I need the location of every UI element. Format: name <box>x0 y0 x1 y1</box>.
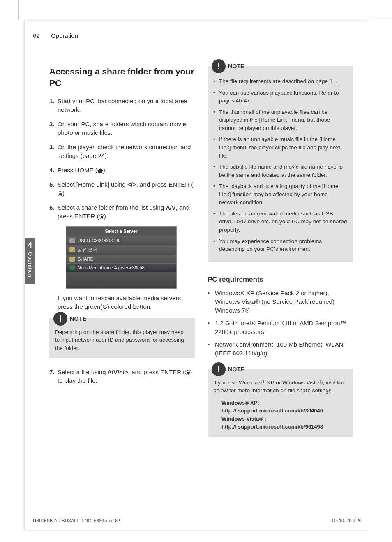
enter-icon <box>58 191 62 196</box>
step-1: 1. Start your PC that connected on your … <box>49 97 195 114</box>
arrow-ud-icon: Λ/V <box>166 204 175 211</box>
note-text: The subtitle file name and movie file na… <box>219 163 348 179</box>
step-num: 7. <box>49 368 58 385</box>
row-text: Nero MediaHome 4 (user-c36cb8... <box>78 265 148 270</box>
req-text: Windows® XP (Service Pack 2 or higher), … <box>215 289 353 315</box>
article-title: Accessing a share folder from your PC <box>49 66 195 89</box>
steps-list-cont: 7. Select a file using Λ/V/</>, and pres… <box>49 368 195 385</box>
folder-icon <box>69 247 75 252</box>
note-item: •If there is an unplayable music file in… <box>213 135 348 160</box>
note-item: •The thumbnail of the unplayable files c… <box>213 108 348 132</box>
note-icon: ! <box>212 59 226 73</box>
step-num: 1. <box>49 97 58 114</box>
note-box-1: ! NOTE Depending on the share folder, th… <box>49 318 195 358</box>
note-text: The file requirements are described on p… <box>219 77 348 86</box>
page-number: 62 <box>33 32 49 39</box>
note-text: The files on an removable media such as … <box>219 210 348 234</box>
arrow-all-icon: Λ/V/</> <box>108 368 128 375</box>
step-7: 7. Select a file using Λ/V/</>, and pres… <box>49 368 195 385</box>
note-label: NOTE <box>228 365 245 373</box>
bullet-icon: • <box>213 237 219 253</box>
requirements-list: •Windows® XP (Service Pack 2 or higher),… <box>208 289 353 357</box>
note-text: If there is an unplayable music file in … <box>219 135 348 160</box>
bullet-icon: • <box>213 135 219 160</box>
folder-icon <box>69 257 75 262</box>
bullet-icon: • <box>213 89 219 105</box>
text: Select [Home Link] using <box>58 181 127 188</box>
bullet-icon: • <box>208 319 215 336</box>
note-item: •The files on an removable media such as… <box>213 210 348 234</box>
text: Select a file using <box>58 368 108 375</box>
left-column: Accessing a share folder from your PC 1.… <box>49 66 195 437</box>
step-num: 5. <box>49 180 58 197</box>
bullet-icon: • <box>213 108 219 132</box>
bullet-icon: • <box>208 340 215 357</box>
note-item: •The file requirements are described on … <box>213 77 348 86</box>
req-item: •1.2 GHz Intel® Pentium® III or AMD Semp… <box>208 319 353 336</box>
step-text: Select a share folder from the list usin… <box>58 203 195 220</box>
text: , and press ENTER ( <box>128 368 185 375</box>
text: ). <box>103 167 107 174</box>
text: ). <box>104 213 108 220</box>
req-item: •Network environment: 100 Mb Ethernet, W… <box>208 340 353 357</box>
req-item: •Windows® XP (Service Pack 2 or higher),… <box>208 289 353 315</box>
requirements-heading: PC requirements <box>208 276 353 284</box>
link-block: Windows® XP: http:// support.microsoft.c… <box>213 399 348 431</box>
note-label: NOTE <box>70 315 87 323</box>
bullet-icon: • <box>208 289 215 315</box>
bullet-icon: • <box>213 182 219 206</box>
step-text: On your PC, share folders which contain … <box>58 120 195 137</box>
note-item: •You can use various playback functions.… <box>213 89 348 105</box>
req-text: Network environment: 100 Mb Ethernet, WL… <box>215 340 353 357</box>
step-5: 5. Select [Home Link] using </>, and pre… <box>49 180 195 197</box>
req-text: 1.2 GHz Intel® Pentium® III or AMD Sempr… <box>215 319 353 336</box>
step-text: Press HOME (). <box>58 166 195 174</box>
nero-icon <box>69 265 75 270</box>
server-row-selected: Nero MediaHome 4 (user-c36cb8... <box>66 263 176 272</box>
note-text: Depending on the share folder, this play… <box>55 328 189 352</box>
step-num: 3. <box>49 143 58 160</box>
server-row: SHARE <box>66 255 176 263</box>
chapter-tab: 4 Operation <box>25 238 35 284</box>
enter-icon <box>185 370 190 375</box>
bullet-icon: • <box>213 163 219 179</box>
note-icon: ! <box>53 312 67 326</box>
note-badge: ! NOTE <box>212 362 245 376</box>
server-list-screenshot: Select a Server USER-C36CB80CDF 공유 문서 SH… <box>66 226 177 289</box>
note-icon: ! <box>212 362 226 376</box>
screenshot-title: Select a Server <box>66 227 176 236</box>
note-list: •The file requirements are described on … <box>213 77 348 253</box>
step-3: 3. On the player, check the network conn… <box>49 143 195 160</box>
row-text: 공유 문서 <box>78 247 97 253</box>
step-4: 4. Press HOME (). <box>49 166 195 174</box>
screenshot-spacer <box>66 272 176 288</box>
note-text: The thumbnail of the unplayable files ca… <box>219 108 348 132</box>
pc-icon <box>69 238 75 243</box>
step-num: 2. <box>49 120 58 137</box>
page-footer: HB905SB-AD.BUSALL_ENG_6866.indd 62 10. 1… <box>33 518 362 523</box>
step-text: Start your PC that connected on your loc… <box>58 97 195 114</box>
note-text: If you use Windows® XP or Windows Vista®… <box>213 379 348 395</box>
step-text: Select a file using Λ/V/</>, and press E… <box>58 368 195 385</box>
note-badge: ! NOTE <box>53 312 87 326</box>
text: ). <box>62 190 66 197</box>
text: Press HOME ( <box>58 167 97 174</box>
footer-date: 10. 10. 20 9:20 <box>332 518 362 523</box>
page-header: 62 Operation <box>33 32 362 42</box>
note-item: •You may experience connection problems … <box>213 237 348 253</box>
text: Select a share folder from the list usin… <box>58 204 166 211</box>
home-icon <box>97 168 103 173</box>
note-badge: ! NOTE <box>212 59 245 73</box>
note-item: •The subtitle file name and movie file n… <box>213 163 348 179</box>
row-text: USER-C36CB80CDF <box>78 238 121 243</box>
right-column: ! NOTE •The file requirements are descri… <box>208 66 353 437</box>
bullet-icon: • <box>213 77 219 86</box>
crop-mark-left <box>18 0 19 20</box>
link-url: http:// support.microsoft.com/kb/961498 <box>221 423 348 431</box>
row-text: SHARE <box>78 257 93 262</box>
server-row: USER-C36CB80CDF <box>66 236 176 245</box>
screenshot-caption: If you want to rescan available media se… <box>58 294 195 311</box>
note-box-2: ! NOTE •The file requirements are descri… <box>208 66 353 262</box>
crop-mark-right <box>369 19 392 19</box>
chapter-label: Operation <box>27 252 33 278</box>
